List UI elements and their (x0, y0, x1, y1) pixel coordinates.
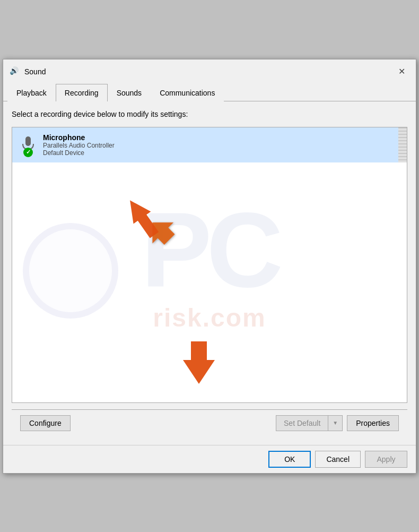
footer-buttons: Configure Set Default ▼ Properties (12, 409, 407, 436)
tab-playback[interactable]: Playback (7, 84, 56, 101)
svg-marker-6 (183, 341, 215, 384)
device-list[interactable]: ✓ Microphone Parallels Audio Controller … (12, 127, 407, 403)
title-bar: 🔊 Sound ✕ (3, 59, 416, 84)
tab-bar: Playback Recording Sounds Communications (3, 84, 416, 101)
close-button[interactable]: ✕ (394, 64, 409, 80)
window-title: Sound (24, 67, 389, 76)
tab-sounds[interactable]: Sounds (108, 84, 151, 101)
set-default-dropdown-button[interactable]: ▼ (328, 416, 342, 431)
watermark: PC risk.com (12, 170, 407, 360)
svg-rect-0 (25, 136, 31, 146)
properties-button[interactable]: Properties (347, 415, 399, 431)
device-name: Microphone (43, 133, 400, 142)
scroll-track (398, 127, 407, 162)
ok-button[interactable]: OK (268, 451, 311, 468)
orange-arrow-up (118, 218, 182, 260)
bottom-buttons: OK Cancel Apply (3, 445, 416, 473)
svg-marker-4 (142, 218, 180, 250)
tab-communications[interactable]: Communications (151, 84, 224, 101)
sound-dialog: 🔊 Sound ✕ Playback Recording Sounds Comm… (3, 59, 416, 474)
set-default-wrap: Set Default ▼ (276, 415, 343, 431)
set-default-button[interactable]: Set Default (276, 416, 328, 431)
tab-content: Select a recording device below to modif… (3, 101, 416, 445)
apply-button[interactable]: Apply (365, 451, 407, 468)
annotation-arrow-down (178, 339, 220, 387)
watermark-risk: risk.com (153, 303, 266, 332)
svg-marker-5 (121, 194, 163, 241)
instruction-text: Select a recording device below to modif… (12, 110, 407, 118)
cancel-button[interactable]: Cancel (315, 451, 361, 468)
device-sub2: Default Device (43, 149, 400, 157)
scrollbar[interactable] (398, 127, 407, 162)
annotation-arrow-device (108, 191, 177, 244)
arrow-annotation-right (118, 218, 182, 262)
device-icon-wrap: ✓ (19, 133, 38, 157)
watermark-pc: PC (141, 197, 278, 303)
device-sub1: Parallels Audio Controller (43, 142, 400, 149)
configure-button[interactable]: Configure (20, 415, 71, 431)
device-info: Microphone Parallels Audio Controller De… (43, 133, 400, 157)
sound-icon: 🔊 (10, 66, 20, 77)
default-check-badge: ✓ (23, 148, 33, 157)
tab-recording[interactable]: Recording (56, 84, 108, 101)
magnifier-watermark (23, 223, 118, 319)
device-item[interactable]: ✓ Microphone Parallels Audio Controller … (12, 127, 407, 162)
